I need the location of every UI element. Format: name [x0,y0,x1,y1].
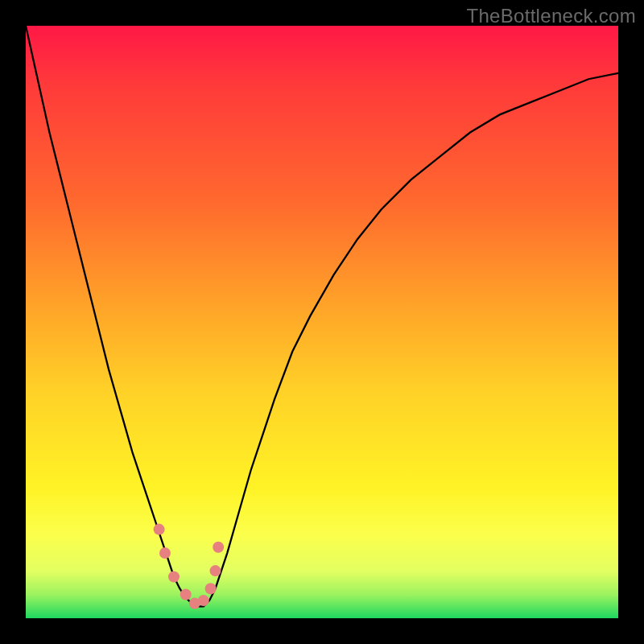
curve-marker [213,542,224,553]
curve-marker [168,571,180,582]
curve-marker [198,595,209,606]
curve-marker [180,589,192,601]
bottleneck-curve-svg [26,26,618,618]
curve-marker [154,524,165,535]
chart-frame: TheBottleneck.com [0,0,644,644]
marker-group [154,524,225,609]
curve-marker [210,565,221,576]
curve-marker [205,583,217,594]
curve-marker [159,547,171,559]
watermark-text: TheBottleneck.com [466,5,636,27]
bottleneck-curve [26,26,618,606]
plot-area [26,26,618,618]
